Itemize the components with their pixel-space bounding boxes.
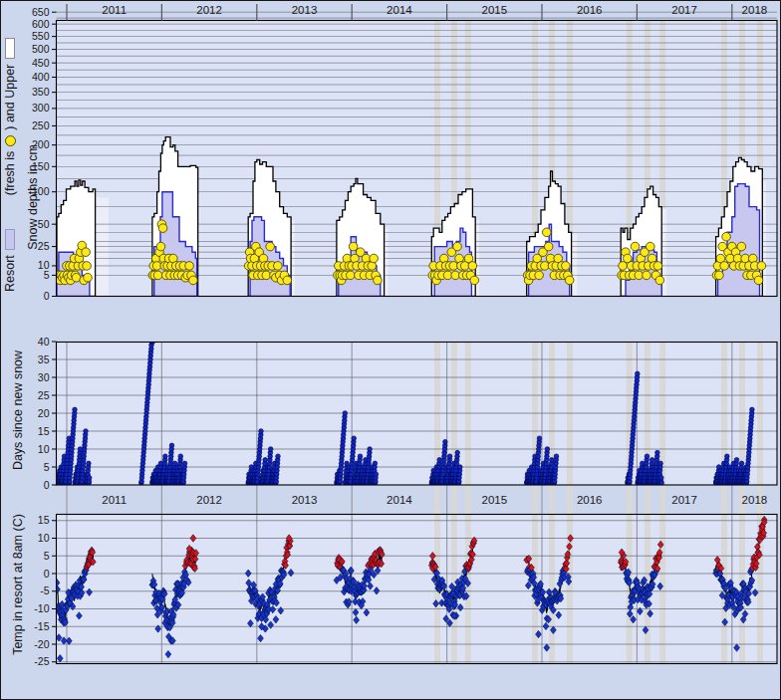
svg-text:450: 450 (32, 57, 50, 69)
svg-text:500: 500 (32, 43, 50, 55)
svg-text:10: 10 (38, 532, 50, 544)
svg-text:2015: 2015 (482, 4, 508, 16)
svg-text:30: 30 (38, 371, 50, 383)
fresh-snow-dot-icon (5, 135, 16, 146)
svg-text:2018: 2018 (742, 4, 768, 16)
svg-text:2018: 2018 (742, 494, 768, 506)
svg-text:-5: -5 (40, 584, 49, 596)
svg-text:-15: -15 (34, 620, 49, 632)
svg-text:2017: 2017 (671, 4, 697, 16)
temp-yaxis: -25-20-15-10-5051015 (34, 514, 56, 667)
upper-swatch-icon (5, 38, 15, 59)
legend-resort-label: Resort (3, 255, 17, 292)
temp-ylabel: Temp in resort at 8am (C) (11, 506, 25, 663)
svg-text:15: 15 (38, 425, 50, 437)
svg-text:15: 15 (38, 514, 50, 526)
svg-text:400: 400 (32, 71, 50, 83)
svg-text:600: 600 (32, 18, 50, 30)
svg-text:2014: 2014 (387, 494, 412, 506)
svg-text:10: 10 (38, 443, 50, 455)
svg-text:550: 550 (32, 30, 50, 42)
legend-fresh-label-pre: (fresh is (3, 151, 17, 195)
svg-text:40: 40 (38, 336, 50, 348)
days-ylabel: Days since new snow (11, 340, 25, 481)
legend-upper-label: ) and Upper (3, 65, 17, 130)
svg-text:2011: 2011 (102, 494, 127, 506)
svg-text:-25: -25 (34, 655, 49, 667)
svg-text:2017: 2017 (671, 494, 697, 506)
svg-text:2013: 2013 (292, 4, 318, 16)
svg-text:20: 20 (38, 407, 50, 419)
snow-ylabel: Snow depths in cm (26, 92, 40, 303)
chart-canvas: 2011201220132014201520162017201820112012… (1, 1, 780, 699)
svg-text:5: 5 (44, 461, 50, 473)
resort-swatch-icon (5, 229, 15, 250)
svg-text:-20: -20 (34, 638, 49, 650)
svg-text:2012: 2012 (196, 4, 222, 16)
svg-text:5: 5 (44, 550, 50, 562)
svg-text:2014: 2014 (387, 4, 412, 16)
svg-text:25: 25 (38, 389, 50, 401)
svg-text:2016: 2016 (577, 494, 603, 506)
days-yaxis: 0510152025303540 (38, 336, 57, 491)
svg-text:-10: -10 (34, 602, 49, 614)
snow-axis-legend: Resort (fresh is ) and Upper (3, 21, 17, 292)
svg-text:0: 0 (44, 568, 50, 580)
svg-text:0: 0 (44, 290, 50, 302)
svg-text:2011: 2011 (102, 4, 127, 16)
svg-text:2015: 2015 (482, 494, 508, 506)
svg-text:35: 35 (38, 353, 50, 365)
svg-text:2016: 2016 (577, 4, 603, 16)
svg-text:650: 650 (32, 6, 50, 18)
svg-text:2012: 2012 (196, 494, 222, 506)
svg-text:0: 0 (44, 479, 50, 491)
svg-text:2013: 2013 (292, 494, 318, 506)
snow-history-chart: 2011201220132014201520162017201820112012… (0, 0, 781, 700)
